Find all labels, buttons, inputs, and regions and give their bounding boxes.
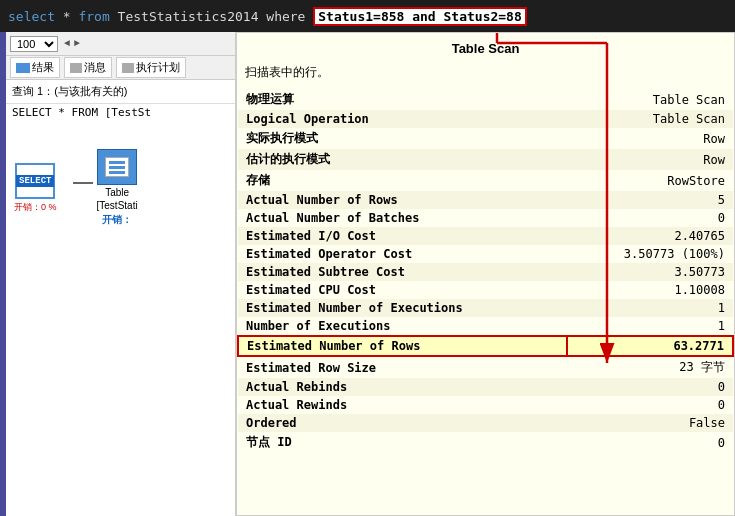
table-row: Actual Rebinds0 (238, 378, 733, 396)
select-node[interactable]: SELECT 开销：0 % (14, 163, 57, 214)
tooltip-table: 物理运算Table ScanLogical OperationTable Sca… (237, 89, 734, 453)
main-area: 100 % 75 % 50 % 150 % ◄ ► 结果 消息 执行计划 (0, 32, 735, 516)
row-label: Estimated CPU Cost (238, 281, 567, 299)
zoom-bar: 100 % 75 % 50 % 150 % ◄ ► (6, 32, 235, 56)
row-value: 23 字节 (567, 356, 733, 378)
zoom-select[interactable]: 100 % 75 % 50 % 150 % (10, 36, 58, 52)
table-row: Estimated CPU Cost1.10008 (238, 281, 733, 299)
row-value: 1 (567, 317, 733, 336)
table-row: Estimated Subtree Cost3.50773 (238, 263, 733, 281)
row-label: Estimated Row Size (238, 356, 567, 378)
tooltip-title: Table Scan (237, 33, 734, 60)
table-row: Number of Executions1 (238, 317, 733, 336)
row-label: Actual Number of Rows (238, 191, 567, 209)
row-value: 5 (567, 191, 733, 209)
table-icon-rows (109, 161, 125, 174)
connector (73, 182, 93, 184)
row-value: Table Scan (567, 110, 733, 128)
row-value: 3.50773 (100%) (567, 245, 733, 263)
row-label: 估计的执行模式 (238, 149, 567, 170)
table-row: Logical OperationTable Scan (238, 110, 733, 128)
table-row: 物理运算Table Scan (238, 89, 733, 110)
table-row: Actual Rewinds0 (238, 396, 733, 414)
scroll-right-arrow[interactable]: ► (74, 38, 80, 49)
row-label: Estimated Number of Rows (238, 336, 567, 356)
sql-select-keyword: select (8, 9, 55, 24)
table-row: Actual Number of Rows5 (238, 191, 733, 209)
plan-nodes-row: SELECT 开销：0 % (14, 139, 138, 227)
table-row: Estimated Number of Executions1 (238, 299, 733, 317)
row-label: Actual Rebinds (238, 378, 567, 396)
row-value: 0 (567, 432, 733, 453)
table-scan-node[interactable]: Table [TestStati 开销： (97, 149, 138, 227)
row-label: Estimated Operator Cost (238, 245, 567, 263)
row-label: Estimated I/O Cost (238, 227, 567, 245)
table-row: Estimated Number of Rows63.2771 (238, 336, 733, 356)
row-value: 1.10008 (567, 281, 733, 299)
tab-messages[interactable]: 消息 (64, 57, 112, 78)
sql-where-condition: Status1=858 and Status2=88 (313, 7, 527, 26)
connector-line (73, 182, 93, 184)
scroll-left-arrow[interactable]: ◄ (64, 38, 70, 49)
row-value: 0 (567, 396, 733, 414)
row-value: RowStore (567, 170, 733, 191)
icon-row-1 (109, 161, 125, 164)
select-cost-label: 开销：0 % (14, 201, 57, 214)
icon-row-2 (109, 166, 125, 169)
row-value: 0 (567, 209, 733, 227)
row-label: 实际执行模式 (238, 128, 567, 149)
row-value: 0 (567, 378, 733, 396)
table-row: Estimated Operator Cost3.50773 (100%) (238, 245, 733, 263)
row-value: 3.50773 (567, 263, 733, 281)
tooltip-desc: 扫描表中的行。 (237, 60, 734, 89)
tab-results[interactable]: 结果 (10, 57, 60, 78)
row-label: 物理运算 (238, 89, 567, 110)
row-value: False (567, 414, 733, 432)
table-scan-icon-box (97, 149, 137, 185)
table-row: Actual Number of Batches0 (238, 209, 733, 227)
select-label: SELECT (16, 175, 54, 187)
table-row: Estimated Row Size23 字节 (238, 356, 733, 378)
right-tooltip-panel: Table Scan 扫描表中的行。 物理运算Table ScanLogical… (236, 32, 735, 516)
row-label: 存储 (238, 170, 567, 191)
query-info-line1: 查询 1：(与该批有关的) (6, 80, 235, 104)
sql-editor: select * from TestStatistics2014 where S… (0, 0, 735, 32)
query-info-line2: SELECT * FROM [TestSt (6, 104, 235, 121)
table-node-cost: 开销： (102, 213, 132, 227)
table-node-name: [TestStati (97, 200, 138, 211)
row-value: 1 (567, 299, 733, 317)
table-row: Estimated I/O Cost2.40765 (238, 227, 733, 245)
tab-messages-label: 消息 (84, 60, 106, 75)
tab-execplan-label: 执行计划 (136, 60, 180, 75)
row-label: 节点 ID (238, 432, 567, 453)
sql-space (305, 9, 313, 24)
messages-icon (70, 63, 82, 73)
table-row: 估计的执行模式Row (238, 149, 733, 170)
table-node-label: Table (105, 187, 129, 198)
tab-results-label: 结果 (32, 60, 54, 75)
left-panel: 100 % 75 % 50 % 150 % ◄ ► 结果 消息 执行计划 (6, 32, 236, 516)
row-value: Row (567, 149, 733, 170)
sql-from-keyword: from (78, 9, 109, 24)
sql-text: * (55, 9, 78, 24)
execplan-icon (122, 63, 134, 73)
sql-table-name: TestStatistics2014 (110, 9, 267, 24)
tab-execplan[interactable]: 执行计划 (116, 57, 186, 78)
row-label: Actual Rewinds (238, 396, 567, 414)
tabs-bar: 结果 消息 执行计划 (6, 56, 235, 80)
select-box: SELECT (15, 163, 55, 199)
row-value: Table Scan (567, 89, 733, 110)
table-row: 节点 ID0 (238, 432, 733, 453)
row-value: Row (567, 128, 733, 149)
table-row: OrderedFalse (238, 414, 733, 432)
icon-row-3 (109, 171, 125, 174)
row-label: Estimated Number of Executions (238, 299, 567, 317)
row-value: 2.40765 (567, 227, 733, 245)
results-icon (16, 63, 30, 73)
row-label: Actual Number of Batches (238, 209, 567, 227)
table-row: 实际执行模式Row (238, 128, 733, 149)
row-label: Number of Executions (238, 317, 567, 336)
table-icon-inner (105, 157, 129, 177)
row-value: 63.2771 (567, 336, 733, 356)
table-row: 存储RowStore (238, 170, 733, 191)
